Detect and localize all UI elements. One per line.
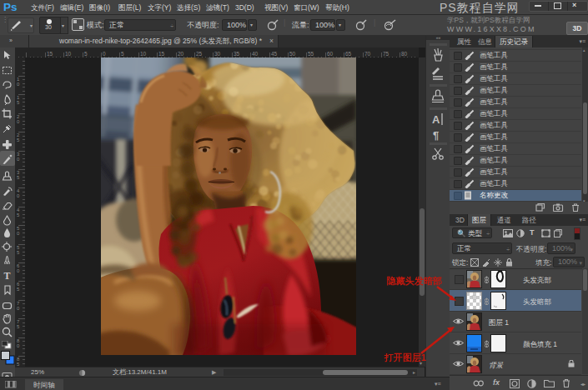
svg-text:30: 30: [214, 51, 221, 57]
svg-text:5: 5: [17, 138, 20, 142]
svg-text:T: T: [4, 270, 11, 282]
svg-text:5: 5: [84, 51, 88, 57]
svg-text:5: 5: [17, 287, 20, 292]
svg-text:0: 0: [17, 268, 20, 273]
svg-text:35: 35: [234, 51, 240, 57]
svg-text:65: 65: [345, 51, 352, 57]
svg-text:5: 5: [121, 51, 124, 57]
svg-text:80: 80: [401, 51, 408, 57]
svg-text:0: 0: [17, 343, 20, 348]
svg-text:0: 0: [17, 231, 20, 236]
svg-text:75: 75: [383, 51, 389, 57]
svg-text:0: 0: [17, 306, 20, 311]
svg-text:5: 5: [17, 100, 20, 105]
svg-text:40: 40: [252, 51, 259, 57]
svg-text:70: 70: [364, 51, 371, 57]
svg-text:5: 5: [17, 324, 20, 329]
svg-text:25: 25: [196, 51, 203, 57]
svg-text:15: 15: [47, 51, 53, 57]
svg-text:5: 5: [17, 212, 20, 218]
svg-text:15: 15: [158, 51, 165, 57]
svg-text:5: 5: [17, 250, 20, 255]
svg-text:5: 5: [17, 175, 20, 180]
svg-text:¶: ¶: [433, 129, 439, 142]
svg-text:60: 60: [327, 51, 334, 57]
svg-text:A: A: [432, 113, 440, 126]
svg-text:0: 0: [17, 82, 20, 87]
svg-text:0: 0: [17, 119, 20, 124]
svg-text:0: 0: [17, 193, 20, 198]
svg-text:45: 45: [271, 51, 278, 57]
svg-text:50: 50: [289, 51, 296, 57]
svg-text:10: 10: [140, 51, 147, 57]
svg-text:0: 0: [17, 157, 20, 162]
svg-text:55: 55: [308, 51, 314, 57]
svg-text:20: 20: [178, 51, 184, 57]
svg-text:10: 10: [65, 51, 72, 57]
svg-text:0: 0: [103, 51, 106, 57]
